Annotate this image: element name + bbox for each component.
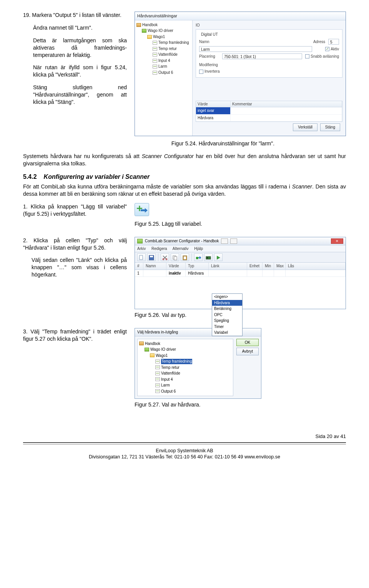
menu-hjalp[interactable]: Hjälp [194,247,203,251]
tree-ch-3-label: Input 4 [158,58,170,63]
invertera-label: Invertera [204,69,219,73]
menu-redigera[interactable]: Redigera [151,247,167,251]
toolbar-separator [191,253,192,261]
tree-ch-2-label: Vattenflöde [158,52,178,57]
dlg-tree-dev[interactable]: Wago1 [150,353,231,359]
cell-hardvara[interactable]: Hårdvara [196,115,231,122]
select-hardware-dialog: Välj hårdvara in-/utgång Handbok Wago IO… [135,328,261,399]
tree-driver[interactable]: Wago IO driver [142,28,191,34]
name-field[interactable]: Larm [199,46,312,52]
dd-hardvara[interactable]: Hårdvara [212,300,242,306]
dd-opc[interactable]: OPC [212,312,242,318]
dlg-item-5[interactable]: Output 6 [155,388,231,395]
tree-ch-5[interactable]: Output 6 [153,70,191,76]
tree-ch-1[interactable]: Temp retur [153,46,191,52]
cell-lank[interactable] [209,270,247,277]
cell-max[interactable] [274,270,286,277]
dlg-item-0[interactable]: Temp framledning [155,358,231,365]
dlg-item-4[interactable]: Larm [155,382,231,388]
cell-inget-svar[interactable]: inget svar [196,107,231,114]
menu-arkiv[interactable]: Arkiv [137,247,146,251]
checkbox-icon [199,70,203,74]
dlg-tree-drv[interactable]: Wago IO driver [145,346,231,353]
cell-namn[interactable] [143,270,166,277]
col-enhet: Enhet [247,263,263,270]
toolbar [135,252,346,263]
cell-typ[interactable]: Hårdvara [186,270,209,277]
menubar[interactable]: Arkiv Redigera Alternativ Hjälp [135,245,346,253]
ok-button[interactable]: OK [236,339,259,346]
channel-icon [153,47,157,51]
aktiv-checkbox[interactable]: Aktiv [325,47,339,52]
toolbar-new-icon[interactable] [137,253,146,261]
toolbar-save-icon[interactable] [147,253,156,261]
col-namn: Namn [143,263,166,270]
maximize-button[interactable] [230,238,237,244]
menu-alternativ[interactable]: Alternativ [173,247,189,251]
dlg-tree-root[interactable]: Handbok [139,341,231,347]
footer-address: Divisionsgatan 12, 721 31 Västerås Tel: … [23,454,346,460]
step2-p1: Klicka på cellen "Typ" och välj "Hårdvar… [23,237,127,251]
cell-min[interactable] [263,270,274,277]
invertera-checkbox[interactable]: Invertera [199,69,339,74]
toolbar-copy-icon[interactable] [171,253,179,261]
book-icon [136,23,141,27]
tree-ch-4[interactable]: Larm [153,63,191,70]
cell-comment-1[interactable] [231,107,342,114]
tree-ch-3[interactable]: Input 4 [153,58,191,64]
channel-icon [155,377,160,381]
dd-berakning[interactable]: Beräkning [212,306,242,312]
footer-company: EnviLoop Systemteknik AB [23,448,346,454]
close-button[interactable]: ✕ [331,238,343,244]
tree-ch-5-label: Output 6 [158,70,173,75]
tree-ch-2[interactable]: Vattenflöde [153,52,191,58]
dlg-item-5-label: Output 6 [161,389,176,394]
apply-button[interactable]: Verkställ [293,123,317,131]
step3-text: Välj "Temp framledning" i trädet enligt … [23,328,127,342]
typ-dropdown[interactable]: <ingen> Hårdvara Beräkning OPC Spegling … [212,293,243,336]
dlg-item-2[interactable]: Vattenflöde [155,370,231,376]
dlg-item-1[interactable]: Temp retur [155,365,231,371]
channel-icon [155,365,160,369]
cancel-button[interactable]: Avbryt [236,348,259,355]
tree-driver-label: Wago IO driver [148,28,173,33]
placering-label: Placering [199,54,219,59]
close-button[interactable]: Stäng [320,123,340,131]
toolbar-paste-icon[interactable] [181,253,189,261]
cell-varde[interactable]: inaktiv [166,270,186,277]
address-label: Adress [313,39,325,45]
step19-p3: Detta är larmutgången som ska aktiveras … [23,37,127,59]
step2-num: 2. [23,237,28,243]
dd-spegling[interactable]: Spegling [212,318,242,324]
snabb-checkbox[interactable]: Snabb avläsning [305,54,339,59]
svg-rect-0 [140,255,143,260]
dd-ingen[interactable]: <ingen> [212,294,242,300]
digital-out-fieldset: Digital UT Namn Adress 5 Larm Aktiv [196,29,342,78]
heading-text: Konfigurering av variabler i Scanner [44,173,150,180]
col-typ: Typ [186,263,209,270]
dd-timer[interactable]: Timer [212,324,242,330]
col-min: Min [263,263,274,270]
cell-enhet[interactable] [247,270,263,277]
toolbar-hardware-icon[interactable] [204,253,213,261]
tree-root[interactable]: Handbok [136,22,191,28]
dialog-tree[interactable]: Handbok Wago IO driver Wago1 Temp framle… [137,339,233,396]
minimize-button[interactable] [221,238,228,244]
placering-field[interactable]: 750-501: 1 (Slot 1) [222,53,302,59]
toolbar-cut-icon[interactable] [161,253,169,261]
dlg-item-3[interactable]: Input 4 [155,376,231,383]
page-number: Sida 20 av 41 [23,433,346,440]
col-varde: Värde [196,101,231,107]
scanner-row-1[interactable]: 1 inaktiv Hårdvara [135,270,346,277]
tree-ch-0[interactable]: Temp framledning [153,40,191,46]
toolbar-run-icon[interactable] [214,253,223,261]
cell-comment-2[interactable] [231,115,342,122]
device-tree[interactable]: Handbok Wago IO driver Wago1 Temp framle… [135,20,193,136]
tree-device[interactable]: Wago1 [147,34,191,40]
cell-las[interactable] [286,270,346,277]
caption-527: Figur 5.27. Val av hårdvara. [135,401,346,408]
book-icon [139,341,144,345]
toolbar-add-variable-icon[interactable] [194,253,203,261]
address-field[interactable]: 5 [328,39,339,45]
dd-variabel[interactable]: Variabel [212,330,242,336]
